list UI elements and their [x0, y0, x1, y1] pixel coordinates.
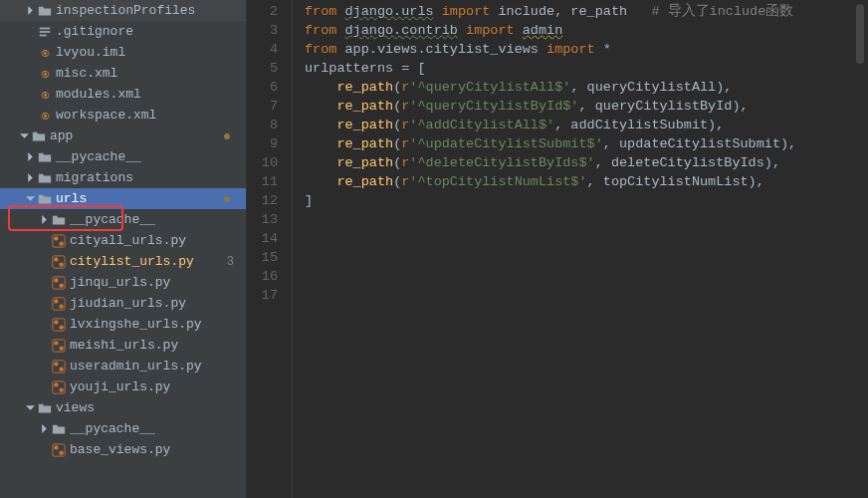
code-token: admin — [523, 23, 563, 38]
line-number: 6 — [247, 78, 278, 97]
chevron-down-icon[interactable] — [24, 402, 36, 414]
tree-item---pycache--[interactable]: __pycache__ — [0, 146, 246, 167]
tree-item-modules-xml[interactable]: ⦿modules.xml — [0, 84, 246, 105]
code-token: django.contrib — [345, 23, 458, 38]
tree-item-label: app — [50, 128, 224, 143]
code-line[interactable]: re_path(r'^topCitylistNumList$', topCity… — [305, 172, 868, 191]
code-token: , deleteCitylistByIds), — [595, 155, 780, 170]
svg-text:⦿: ⦿ — [41, 111, 50, 121]
svg-rect-11 — [53, 234, 65, 246]
py-icon — [52, 318, 66, 332]
tree-item-label: inspectionProfiles — [56, 3, 246, 18]
folder-icon — [38, 401, 52, 415]
code-line[interactable]: re_path(r'^deleteCitylistByIds$', delete… — [305, 153, 868, 172]
tree-item-lvxingshe-urls-py[interactable]: lvxingshe_urls.py — [0, 314, 246, 335]
svg-point-34 — [59, 387, 63, 391]
chevron-down-icon[interactable] — [18, 130, 30, 142]
folder-icon — [38, 171, 52, 185]
code-line[interactable]: re_path(r'^queryCitylistById$', queryCit… — [305, 97, 868, 116]
py-icon — [52, 255, 66, 269]
code-token: include — [498, 4, 554, 19]
tree-item-youji-urls-py[interactable]: youji_urls.py — [0, 376, 246, 397]
tree-item-useradmin-urls-py[interactable]: useradmin_urls.py — [0, 356, 246, 376]
tree-item-base-views-py[interactable]: base_views.py — [0, 439, 246, 460]
chevron-right-icon[interactable] — [38, 423, 50, 435]
code-token: , updateCitylistSubmit), — [603, 136, 796, 151]
gitignore-icon — [38, 25, 52, 39]
chevron-right-icon[interactable] — [24, 151, 36, 163]
project-tree[interactable]: inspectionProfiles.gitignore⦿lvyou.iml⦿m… — [0, 0, 247, 498]
tree-item-workspace-xml[interactable]: ⦿workspace.xml — [0, 105, 246, 125]
code-area[interactable]: from django.urls import include, re_path… — [293, 0, 868, 498]
arrow-spacer — [38, 235, 50, 247]
tree-item-inspectionprofiles[interactable]: inspectionProfiles — [0, 0, 246, 21]
svg-point-12 — [54, 236, 58, 240]
code-line[interactable]: re_path(r'^queryCitylistAll$', queryCity… — [305, 78, 868, 97]
code-token: re_path — [336, 99, 393, 114]
arrow-spacer — [38, 256, 50, 268]
tree-item-label: __pycache__ — [70, 212, 246, 227]
tree-item-label: modules.xml — [56, 87, 246, 102]
line-number: 9 — [247, 134, 278, 153]
chevron-down-icon[interactable] — [24, 193, 36, 205]
tree-item-label: views — [56, 400, 246, 415]
code-token — [305, 136, 336, 151]
arrow-spacer — [38, 340, 50, 352]
tree-item---pycache--[interactable]: __pycache__ — [0, 209, 246, 230]
tree-item-label: migrations — [56, 170, 246, 185]
scrollbar-thumb[interactable] — [856, 4, 864, 64]
svg-rect-29 — [53, 360, 65, 372]
tree-item-citylist-urls-py[interactable]: citylist_urls.py3 — [0, 251, 246, 272]
change-count-badge: 3 — [227, 255, 234, 269]
tree-item-app[interactable]: app — [0, 125, 246, 146]
code-token: ] — [305, 193, 313, 208]
code-line[interactable]: ] — [305, 191, 868, 210]
code-token: , queryCitylistAll), — [570, 80, 732, 95]
code-line[interactable]: re_path(r'^addCitylistAll$', addCitylist… — [305, 116, 868, 134]
tree-item-label: jiudian_urls.py — [70, 296, 246, 311]
code-line[interactable]: urlpatterns = [ — [305, 59, 868, 78]
arrow-spacer — [24, 68, 36, 80]
code-token — [305, 118, 336, 132]
code-token — [305, 99, 336, 114]
tree-item-migrations[interactable]: migrations — [0, 167, 246, 188]
svg-rect-0 — [40, 27, 51, 29]
tree-item-urls[interactable]: urls — [0, 188, 246, 209]
tree-item-jinqu-urls-py[interactable]: jinqu_urls.py — [0, 272, 246, 293]
code-token: # 导入了include函数 — [651, 4, 793, 19]
chevron-right-icon[interactable] — [38, 214, 50, 226]
tree-item-jiudian-urls-py[interactable]: jiudian_urls.py — [0, 293, 246, 314]
tree-item-lvyou-iml[interactable]: ⦿lvyou.iml — [0, 42, 246, 63]
svg-point-16 — [59, 262, 63, 266]
tree-item--gitignore[interactable]: .gitignore — [0, 21, 246, 42]
svg-rect-32 — [53, 380, 65, 392]
code-token: import — [434, 4, 499, 19]
arrow-spacer — [24, 47, 36, 59]
code-line[interactable]: from django.contrib import admin — [305, 21, 868, 40]
chevron-right-icon[interactable] — [24, 172, 36, 184]
code-line[interactable]: from django.urls import include, re_path… — [305, 2, 868, 21]
tree-item---pycache--[interactable]: __pycache__ — [0, 418, 246, 439]
tree-item-label: meishi_urls.py — [70, 338, 246, 353]
code-editor[interactable]: 234567891011121314151617 from django.url… — [247, 0, 868, 498]
tree-item-label: .gitignore — [56, 24, 246, 39]
chevron-right-icon[interactable] — [24, 5, 36, 17]
svg-rect-2 — [40, 34, 47, 36]
tree-item-meishi-urls-py[interactable]: meishi_urls.py — [0, 335, 246, 356]
svg-point-13 — [59, 241, 63, 245]
line-number: 7 — [247, 97, 278, 116]
code-line[interactable]: from app.views.citylist_views import * — [305, 40, 868, 59]
tree-item-misc-xml[interactable]: ⦿misc.xml — [0, 63, 246, 84]
code-token: '^queryCitylistById$' — [409, 99, 578, 114]
line-number: 10 — [247, 153, 278, 172]
code-line[interactable]: re_path(r'^updateCitylistSubmit$', updat… — [305, 134, 868, 153]
svg-point-24 — [54, 320, 58, 324]
tree-item-views[interactable]: views — [0, 397, 246, 418]
svg-point-25 — [59, 325, 63, 329]
py-icon — [52, 339, 66, 353]
tree-item-cityall-urls-py[interactable]: cityall_urls.py — [0, 230, 246, 251]
line-number: 13 — [247, 210, 278, 229]
code-token: django.urls — [345, 4, 434, 19]
svg-point-36 — [54, 445, 58, 449]
arrow-spacer — [38, 277, 50, 289]
